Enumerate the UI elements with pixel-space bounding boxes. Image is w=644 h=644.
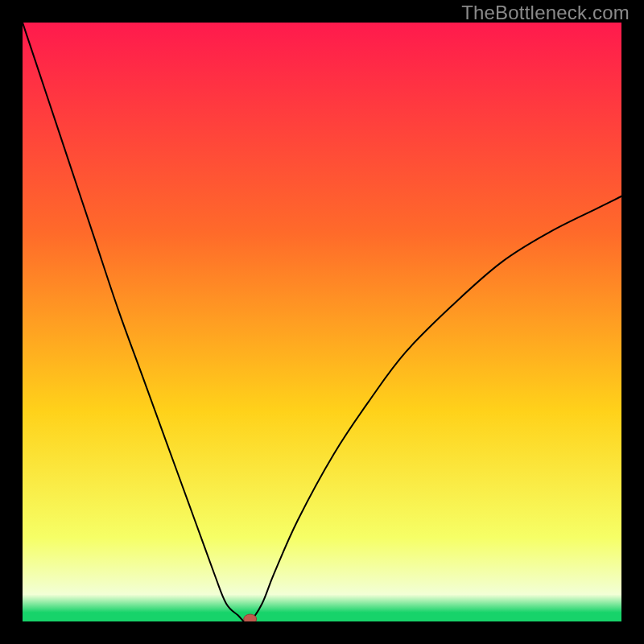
optimum-marker xyxy=(244,614,257,621)
bottleneck-chart xyxy=(23,23,621,621)
plot-area xyxy=(23,23,621,621)
watermark-text: TheBottleneck.com xyxy=(461,2,630,24)
chart-frame: TheBottleneck.com xyxy=(0,0,644,644)
gradient-background xyxy=(23,23,621,621)
